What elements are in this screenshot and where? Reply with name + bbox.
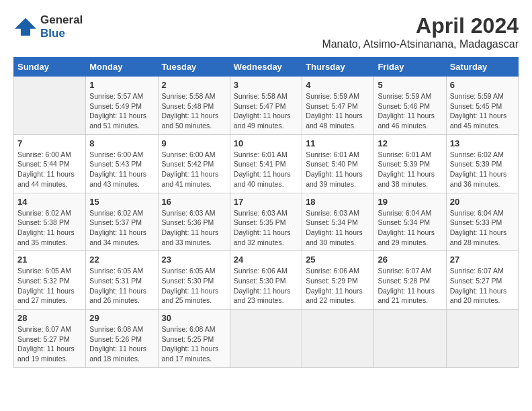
day-number: 29: [89, 313, 154, 323]
day-cell: 17Sunrise: 6:03 AMSunset: 5:35 PMDayligh…: [230, 193, 302, 251]
day-info: Sunrise: 6:01 AMSunset: 5:41 PMDaylight:…: [234, 150, 298, 189]
day-number: 9: [162, 138, 226, 148]
day-info: Sunrise: 6:05 AMSunset: 5:32 PMDaylight:…: [17, 266, 82, 306]
day-number: 22: [89, 255, 154, 265]
day-cell: 11Sunrise: 6:01 AMSunset: 5:40 PMDayligh…: [302, 134, 374, 193]
day-info: Sunrise: 5:59 AMSunset: 5:45 PMDaylight:…: [450, 91, 515, 131]
day-info: Sunrise: 6:05 AMSunset: 5:30 PMDaylight:…: [162, 266, 226, 306]
day-number: 15: [89, 197, 154, 207]
day-number: 14: [17, 197, 82, 207]
day-number: 2: [162, 80, 226, 90]
day-cell: 28Sunrise: 6:07 AMSunset: 5:27 PMDayligh…: [14, 310, 86, 368]
day-cell: [374, 310, 446, 368]
day-info: Sunrise: 6:02 AMSunset: 5:38 PMDaylight:…: [17, 208, 82, 248]
day-info: Sunrise: 6:04 AMSunset: 5:33 PMDaylight:…: [450, 208, 515, 248]
day-number: 3: [234, 80, 298, 90]
day-cell: 27Sunrise: 6:07 AMSunset: 5:27 PMDayligh…: [446, 251, 518, 310]
day-number: 28: [17, 313, 82, 323]
day-cell: 30Sunrise: 6:08 AMSunset: 5:25 PMDayligh…: [158, 310, 230, 368]
day-info: Sunrise: 6:06 AMSunset: 5:29 PMDaylight:…: [306, 266, 370, 306]
day-info: Sunrise: 6:00 AMSunset: 5:42 PMDaylight:…: [162, 150, 226, 189]
day-info: Sunrise: 5:59 AMSunset: 5:47 PMDaylight:…: [306, 91, 370, 131]
day-number: 21: [17, 255, 82, 265]
day-cell: 24Sunrise: 6:06 AMSunset: 5:30 PMDayligh…: [230, 251, 302, 310]
day-cell: 29Sunrise: 6:08 AMSunset: 5:26 PMDayligh…: [86, 310, 158, 368]
day-cell: 1Sunrise: 5:57 AMSunset: 5:49 PMDaylight…: [86, 77, 158, 135]
day-cell: 9Sunrise: 6:00 AMSunset: 5:42 PMDaylight…: [158, 134, 230, 193]
day-cell: [446, 310, 518, 368]
week-row-1: 1Sunrise: 5:57 AMSunset: 5:49 PMDaylight…: [14, 77, 519, 135]
day-number: 6: [450, 80, 515, 90]
day-info: Sunrise: 6:04 AMSunset: 5:34 PMDaylight:…: [378, 208, 442, 248]
day-number: 25: [306, 255, 370, 265]
page-header: General Blue April 2024 Manato, Atsimo-A…: [13, 13, 519, 50]
day-number: 8: [89, 138, 154, 148]
day-info: Sunrise: 5:58 AMSunset: 5:47 PMDaylight:…: [234, 91, 298, 131]
day-number: 10: [234, 138, 298, 148]
day-number: 16: [162, 197, 226, 207]
calendar-table: SundayMondayTuesdayWednesdayThursdayFrid…: [13, 57, 519, 368]
day-cell: 3Sunrise: 5:58 AMSunset: 5:47 PMDaylight…: [230, 77, 302, 135]
logo: General Blue: [13, 13, 83, 40]
day-cell: 19Sunrise: 6:04 AMSunset: 5:34 PMDayligh…: [374, 193, 446, 251]
day-cell: [230, 310, 302, 368]
day-info: Sunrise: 6:08 AMSunset: 5:25 PMDaylight:…: [162, 324, 226, 364]
day-info: Sunrise: 5:59 AMSunset: 5:46 PMDaylight:…: [378, 91, 442, 131]
day-number: 23: [162, 255, 226, 265]
day-info: Sunrise: 5:58 AMSunset: 5:48 PMDaylight:…: [162, 91, 226, 131]
day-number: 18: [306, 197, 370, 207]
day-cell: 8Sunrise: 6:00 AMSunset: 5:43 PMDaylight…: [86, 134, 158, 193]
week-row-2: 7Sunrise: 6:00 AMSunset: 5:44 PMDaylight…: [14, 134, 519, 193]
col-header-saturday: Saturday: [446, 58, 518, 77]
col-header-friday: Friday: [374, 58, 446, 77]
calendar-title: April 2024: [322, 13, 519, 38]
day-cell: 21Sunrise: 6:05 AMSunset: 5:32 PMDayligh…: [14, 251, 86, 310]
day-cell: 18Sunrise: 6:03 AMSunset: 5:34 PMDayligh…: [302, 193, 374, 251]
day-info: Sunrise: 6:07 AMSunset: 5:28 PMDaylight:…: [378, 266, 442, 306]
logo-text: General Blue: [40, 13, 83, 40]
day-cell: 6Sunrise: 5:59 AMSunset: 5:45 PMDaylight…: [446, 77, 518, 135]
day-number: 17: [234, 197, 298, 207]
day-number: 20: [450, 197, 515, 207]
day-number: 5: [378, 80, 442, 90]
day-cell: 14Sunrise: 6:02 AMSunset: 5:38 PMDayligh…: [14, 193, 86, 251]
day-cell: 23Sunrise: 6:05 AMSunset: 5:30 PMDayligh…: [158, 251, 230, 310]
day-info: Sunrise: 6:06 AMSunset: 5:30 PMDaylight:…: [234, 266, 298, 306]
day-cell: 5Sunrise: 5:59 AMSunset: 5:46 PMDaylight…: [374, 77, 446, 135]
week-row-5: 28Sunrise: 6:07 AMSunset: 5:27 PMDayligh…: [14, 310, 519, 368]
logo-icon: [13, 17, 38, 37]
day-cell: [302, 310, 374, 368]
day-cell: [14, 77, 86, 135]
header-row: SundayMondayTuesdayWednesdayThursdayFrid…: [14, 58, 519, 77]
day-cell: 22Sunrise: 6:05 AMSunset: 5:31 PMDayligh…: [86, 251, 158, 310]
week-row-4: 21Sunrise: 6:05 AMSunset: 5:32 PMDayligh…: [14, 251, 519, 310]
day-info: Sunrise: 6:03 AMSunset: 5:36 PMDaylight:…: [162, 208, 226, 248]
day-cell: 2Sunrise: 5:58 AMSunset: 5:48 PMDaylight…: [158, 77, 230, 135]
day-info: Sunrise: 6:02 AMSunset: 5:39 PMDaylight:…: [450, 150, 515, 189]
day-cell: 16Sunrise: 6:03 AMSunset: 5:36 PMDayligh…: [158, 193, 230, 251]
day-number: 24: [234, 255, 298, 265]
title-block: April 2024 Manato, Atsimo-Atsinanana, Ma…: [322, 13, 519, 50]
day-info: Sunrise: 6:07 AMSunset: 5:27 PMDaylight:…: [450, 266, 515, 306]
day-info: Sunrise: 6:03 AMSunset: 5:35 PMDaylight:…: [234, 208, 298, 248]
day-cell: 7Sunrise: 6:00 AMSunset: 5:44 PMDaylight…: [14, 134, 86, 193]
day-number: 30: [162, 313, 226, 323]
day-cell: 13Sunrise: 6:02 AMSunset: 5:39 PMDayligh…: [446, 134, 518, 193]
day-info: Sunrise: 6:03 AMSunset: 5:34 PMDaylight:…: [306, 208, 370, 248]
col-header-monday: Monday: [86, 58, 158, 77]
day-info: Sunrise: 6:08 AMSunset: 5:26 PMDaylight:…: [89, 324, 154, 364]
col-header-sunday: Sunday: [14, 58, 86, 77]
day-number: 12: [378, 138, 442, 148]
day-info: Sunrise: 6:05 AMSunset: 5:31 PMDaylight:…: [89, 266, 154, 306]
day-info: Sunrise: 6:00 AMSunset: 5:44 PMDaylight:…: [17, 150, 82, 189]
day-cell: 25Sunrise: 6:06 AMSunset: 5:29 PMDayligh…: [302, 251, 374, 310]
calendar-subtitle: Manato, Atsimo-Atsinanana, Madagascar: [322, 38, 519, 50]
day-info: Sunrise: 6:01 AMSunset: 5:39 PMDaylight:…: [378, 150, 442, 189]
day-info: Sunrise: 6:00 AMSunset: 5:43 PMDaylight:…: [89, 150, 154, 189]
day-cell: 26Sunrise: 6:07 AMSunset: 5:28 PMDayligh…: [374, 251, 446, 310]
day-info: Sunrise: 6:01 AMSunset: 5:40 PMDaylight:…: [306, 150, 370, 189]
day-cell: 10Sunrise: 6:01 AMSunset: 5:41 PMDayligh…: [230, 134, 302, 193]
day-cell: 4Sunrise: 5:59 AMSunset: 5:47 PMDaylight…: [302, 77, 374, 135]
day-number: 4: [306, 80, 370, 90]
week-row-3: 14Sunrise: 6:02 AMSunset: 5:38 PMDayligh…: [14, 193, 519, 251]
